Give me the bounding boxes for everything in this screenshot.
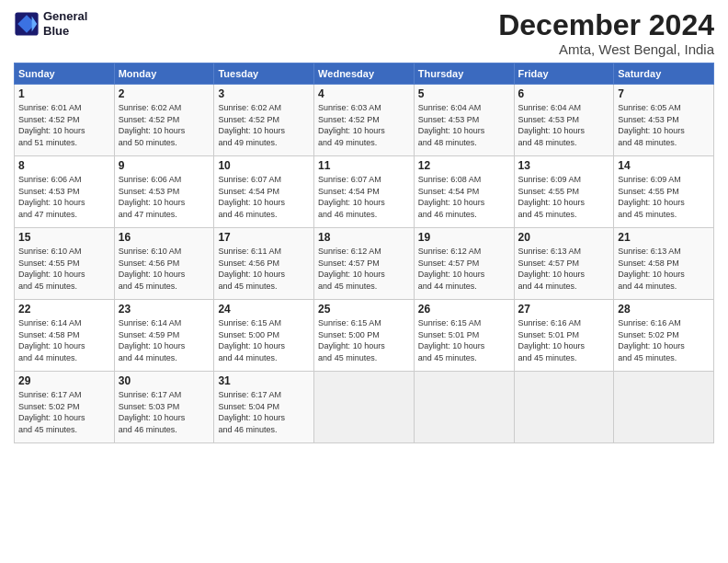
- day-info: Sunrise: 6:17 AM Sunset: 5:04 PM Dayligh…: [218, 389, 310, 435]
- day-info: Sunrise: 6:17 AM Sunset: 5:02 PM Dayligh…: [18, 389, 110, 435]
- day-number: 24: [218, 303, 310, 316]
- day-info: Sunrise: 6:10 AM Sunset: 4:56 PM Dayligh…: [119, 246, 210, 292]
- day-number: 27: [518, 303, 610, 316]
- table-row: 10Sunrise: 6:07 AM Sunset: 4:54 PM Dayli…: [214, 156, 314, 228]
- day-number: 2: [119, 87, 210, 100]
- table-row: 12Sunrise: 6:08 AM Sunset: 4:54 PM Dayli…: [414, 156, 514, 228]
- day-info: Sunrise: 6:15 AM Sunset: 5:01 PM Dayligh…: [418, 317, 510, 363]
- day-number: 1: [18, 87, 110, 100]
- table-row: [614, 372, 714, 443]
- logo-text: General Blue: [43, 9, 87, 38]
- page-container: General Blue December 2024 Amta, West Be…: [0, 0, 728, 453]
- day-info: Sunrise: 6:17 AM Sunset: 5:03 PM Dayligh…: [119, 389, 210, 435]
- day-info: Sunrise: 6:13 AM Sunset: 4:58 PM Dayligh…: [618, 246, 710, 292]
- day-number: 26: [418, 303, 510, 316]
- day-info: Sunrise: 6:07 AM Sunset: 4:54 PM Dayligh…: [218, 174, 310, 220]
- day-number: 4: [318, 87, 410, 100]
- day-info: Sunrise: 6:06 AM Sunset: 4:53 PM Dayligh…: [18, 174, 110, 220]
- day-info: Sunrise: 6:16 AM Sunset: 5:02 PM Dayligh…: [618, 317, 710, 363]
- col-sunday: Sunday: [15, 63, 115, 85]
- day-info: Sunrise: 6:16 AM Sunset: 5:01 PM Dayligh…: [518, 317, 610, 363]
- table-row: 8Sunrise: 6:06 AM Sunset: 4:53 PM Daylig…: [15, 156, 115, 228]
- table-row: 18Sunrise: 6:12 AM Sunset: 4:57 PM Dayli…: [314, 228, 415, 300]
- table-row: 24Sunrise: 6:15 AM Sunset: 5:00 PM Dayli…: [214, 300, 314, 372]
- table-row: 29Sunrise: 6:17 AM Sunset: 5:02 PM Dayli…: [15, 372, 115, 443]
- day-number: 16: [119, 231, 210, 244]
- day-info: Sunrise: 6:06 AM Sunset: 4:53 PM Dayligh…: [119, 174, 210, 220]
- day-info: Sunrise: 6:04 AM Sunset: 4:53 PM Dayligh…: [418, 102, 510, 148]
- calendar-table: Sunday Monday Tuesday Wednesday Thursday…: [14, 63, 714, 443]
- day-info: Sunrise: 6:07 AM Sunset: 4:54 PM Dayligh…: [318, 174, 410, 220]
- table-row: 30Sunrise: 6:17 AM Sunset: 5:03 PM Dayli…: [114, 372, 214, 443]
- day-info: Sunrise: 6:12 AM Sunset: 4:57 PM Dayligh…: [318, 246, 410, 292]
- table-row: 17Sunrise: 6:11 AM Sunset: 4:56 PM Dayli…: [214, 228, 314, 300]
- title-block: December 2024 Amta, West Bengal, India: [498, 9, 714, 57]
- day-number: 14: [618, 159, 710, 172]
- day-number: 22: [18, 303, 110, 316]
- day-number: 19: [418, 231, 510, 244]
- table-row: 13Sunrise: 6:09 AM Sunset: 4:55 PM Dayli…: [514, 156, 614, 228]
- day-number: 11: [318, 159, 410, 172]
- table-row: [514, 372, 614, 443]
- day-number: 21: [618, 231, 710, 244]
- col-tuesday: Tuesday: [214, 63, 314, 85]
- month-title: December 2024: [498, 9, 714, 41]
- calendar-header-row: Sunday Monday Tuesday Wednesday Thursday…: [15, 63, 714, 85]
- col-saturday: Saturday: [614, 63, 714, 85]
- day-info: Sunrise: 6:09 AM Sunset: 4:55 PM Dayligh…: [618, 174, 710, 220]
- day-info: Sunrise: 6:13 AM Sunset: 4:57 PM Dayligh…: [518, 246, 610, 292]
- table-row: 15Sunrise: 6:10 AM Sunset: 4:55 PM Dayli…: [15, 228, 115, 300]
- header: General Blue December 2024 Amta, West Be…: [14, 9, 714, 57]
- day-info: Sunrise: 6:14 AM Sunset: 4:58 PM Dayligh…: [18, 317, 110, 363]
- day-info: Sunrise: 6:02 AM Sunset: 4:52 PM Dayligh…: [218, 102, 310, 148]
- table-row: 7Sunrise: 6:05 AM Sunset: 4:53 PM Daylig…: [614, 85, 714, 156]
- day-number: 5: [418, 87, 510, 100]
- table-row: 14Sunrise: 6:09 AM Sunset: 4:55 PM Dayli…: [614, 156, 714, 228]
- day-number: 31: [218, 374, 310, 387]
- day-info: Sunrise: 6:11 AM Sunset: 4:56 PM Dayligh…: [218, 246, 310, 292]
- day-number: 20: [518, 231, 610, 244]
- table-row: 31Sunrise: 6:17 AM Sunset: 5:04 PM Dayli…: [214, 372, 314, 443]
- day-info: Sunrise: 6:14 AM Sunset: 4:59 PM Dayligh…: [119, 317, 210, 363]
- day-info: Sunrise: 6:02 AM Sunset: 4:52 PM Dayligh…: [119, 102, 210, 148]
- day-info: Sunrise: 6:03 AM Sunset: 4:52 PM Dayligh…: [318, 102, 410, 148]
- calendar-week-row: 22Sunrise: 6:14 AM Sunset: 4:58 PM Dayli…: [15, 300, 714, 372]
- day-number: 28: [618, 303, 710, 316]
- day-info: Sunrise: 6:04 AM Sunset: 4:53 PM Dayligh…: [518, 102, 610, 148]
- table-row: 6Sunrise: 6:04 AM Sunset: 4:53 PM Daylig…: [514, 85, 614, 156]
- table-row: 2Sunrise: 6:02 AM Sunset: 4:52 PM Daylig…: [114, 85, 214, 156]
- day-number: 29: [18, 374, 110, 387]
- day-info: Sunrise: 6:15 AM Sunset: 5:00 PM Dayligh…: [318, 317, 410, 363]
- table-row: 19Sunrise: 6:12 AM Sunset: 4:57 PM Dayli…: [414, 228, 514, 300]
- day-number: 13: [518, 159, 610, 172]
- table-row: 26Sunrise: 6:15 AM Sunset: 5:01 PM Dayli…: [414, 300, 514, 372]
- table-row: 20Sunrise: 6:13 AM Sunset: 4:57 PM Dayli…: [514, 228, 614, 300]
- col-friday: Friday: [514, 63, 614, 85]
- table-row: 1Sunrise: 6:01 AM Sunset: 4:52 PM Daylig…: [15, 85, 115, 156]
- table-row: 11Sunrise: 6:07 AM Sunset: 4:54 PM Dayli…: [314, 156, 415, 228]
- day-info: Sunrise: 6:10 AM Sunset: 4:55 PM Dayligh…: [18, 246, 110, 292]
- day-number: 18: [318, 231, 410, 244]
- day-number: 7: [618, 87, 710, 100]
- table-row: 28Sunrise: 6:16 AM Sunset: 5:02 PM Dayli…: [614, 300, 714, 372]
- logo: General Blue: [14, 9, 87, 38]
- day-number: 9: [119, 159, 210, 172]
- day-info: Sunrise: 6:08 AM Sunset: 4:54 PM Dayligh…: [418, 174, 510, 220]
- col-monday: Monday: [114, 63, 214, 85]
- calendar-week-row: 8Sunrise: 6:06 AM Sunset: 4:53 PM Daylig…: [15, 156, 714, 228]
- col-thursday: Thursday: [414, 63, 514, 85]
- table-row: 25Sunrise: 6:15 AM Sunset: 5:00 PM Dayli…: [314, 300, 415, 372]
- day-number: 12: [418, 159, 510, 172]
- table-row: [314, 372, 415, 443]
- calendar-week-row: 15Sunrise: 6:10 AM Sunset: 4:55 PM Dayli…: [15, 228, 714, 300]
- day-number: 25: [318, 303, 410, 316]
- table-row: 21Sunrise: 6:13 AM Sunset: 4:58 PM Dayli…: [614, 228, 714, 300]
- day-info: Sunrise: 6:12 AM Sunset: 4:57 PM Dayligh…: [418, 246, 510, 292]
- day-number: 15: [18, 231, 110, 244]
- day-info: Sunrise: 6:15 AM Sunset: 5:00 PM Dayligh…: [218, 317, 310, 363]
- day-number: 8: [18, 159, 110, 172]
- table-row: 27Sunrise: 6:16 AM Sunset: 5:01 PM Dayli…: [514, 300, 614, 372]
- calendar-week-row: 29Sunrise: 6:17 AM Sunset: 5:02 PM Dayli…: [15, 372, 714, 443]
- location-subtitle: Amta, West Bengal, India: [498, 41, 714, 57]
- table-row: 5Sunrise: 6:04 AM Sunset: 4:53 PM Daylig…: [414, 85, 514, 156]
